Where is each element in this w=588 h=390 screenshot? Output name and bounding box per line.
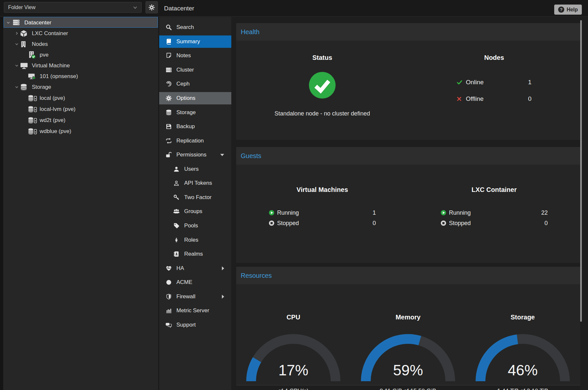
menu-item-metric-server[interactable]: Metric Server bbox=[159, 304, 231, 317]
storage-caption: 1.44 TiB of 3.10 TiB bbox=[497, 388, 548, 390]
menu-item-roles[interactable]: Roles bbox=[159, 234, 231, 246]
menu-item-label: Storage bbox=[176, 106, 196, 119]
summary-content: Status Nodes Standalone node - no cluste… bbox=[231, 17, 588, 390]
row-value: 0 bbox=[373, 219, 376, 228]
tree-item-nodes[interactable]: Nodes bbox=[3, 39, 158, 49]
datacenter-menu: Search Summary Notes Cluster Ceph Option… bbox=[159, 17, 231, 390]
menu-item-api-tokens[interactable]: API Tokens bbox=[159, 177, 231, 189]
menu-item-label: ACME bbox=[176, 276, 192, 289]
tree-item-lxc-container[interactable]: LXC Container bbox=[3, 28, 158, 39]
server-icon bbox=[165, 67, 172, 73]
menu-item-storage[interactable]: Storage bbox=[159, 106, 231, 119]
menu-item-backup[interactable]: Backup bbox=[159, 120, 231, 133]
tree-item-vm-101[interactable]: 101 (opnsense) bbox=[3, 71, 158, 82]
storage-percent: 46% bbox=[508, 361, 538, 379]
vertical-scrollbar[interactable] bbox=[580, 20, 582, 322]
tree-item-label: Virtual Machine bbox=[32, 60, 70, 71]
resources-panel-title: Resources bbox=[241, 267, 272, 284]
menu-item-notes[interactable]: Notes bbox=[159, 49, 231, 62]
menu-item-label: Replication bbox=[176, 135, 204, 147]
menu-item-label: Firewall bbox=[176, 290, 196, 303]
cluster-status-caption: Standalone node - no cluster defined bbox=[275, 110, 370, 117]
cpu-caption: of 4 CPU(s) bbox=[278, 388, 309, 390]
tree-item-label: 101 (opnsense) bbox=[40, 71, 78, 82]
shield-icon bbox=[165, 294, 172, 300]
cross-icon bbox=[457, 97, 462, 101]
folder-view-select[interactable]: Folder View bbox=[4, 2, 142, 13]
tree-item-label: Datacenter bbox=[24, 17, 51, 28]
desktop-icon bbox=[20, 62, 28, 69]
caret-down-icon[interactable] bbox=[15, 82, 19, 92]
menu-item-label: Summary bbox=[176, 35, 200, 48]
row-label: Stopped bbox=[449, 219, 471, 228]
proxmox-app: Folder View Datacenter ? Help Datacenter… bbox=[0, 0, 588, 390]
resources-panel-body: CPU Memory Storage 17% 59% 46% bbox=[236, 284, 580, 385]
caret-right-icon[interactable] bbox=[15, 28, 19, 39]
menu-item-label: Users bbox=[184, 163, 198, 175]
user-icon bbox=[173, 166, 180, 172]
tree-item-pve[interactable]: pve bbox=[3, 49, 158, 60]
menu-item-firewall[interactable]: Firewall bbox=[159, 290, 231, 303]
vm-stopped-row: Stopped 0 bbox=[269, 219, 376, 228]
menu-item-replication[interactable]: Replication bbox=[159, 135, 231, 147]
breadcrumb: Datacenter bbox=[164, 0, 194, 17]
menu-item-pools[interactable]: Pools bbox=[159, 220, 231, 232]
help-button[interactable]: ? Help bbox=[554, 5, 582, 15]
bar-chart-icon bbox=[165, 308, 172, 314]
tree-item-label: wdblue (pve) bbox=[40, 126, 71, 137]
stopped-icon bbox=[269, 220, 275, 226]
menu-item-users[interactable]: Users bbox=[159, 163, 231, 175]
menu-item-permissions[interactable]: Permissions bbox=[159, 149, 231, 161]
row-label: Running bbox=[277, 208, 299, 217]
storage-column-header: Storage bbox=[511, 314, 535, 321]
guests-panel-header: Guests bbox=[236, 147, 580, 165]
tree-item-virtual-machine[interactable]: Virtual Machine bbox=[3, 60, 158, 71]
tree-item-storage-wd2t[interactable]: wd2t (pve) bbox=[3, 115, 158, 126]
check-icon bbox=[457, 80, 462, 85]
menu-item-acme[interactable]: ACME bbox=[159, 276, 231, 289]
menu-item-realms[interactable]: Realms bbox=[159, 248, 231, 260]
menu-item-groups[interactable]: Groups bbox=[159, 205, 231, 218]
tree-item-storage-wdblue[interactable]: wdblue (pve) bbox=[3, 126, 158, 137]
menu-item-label: Groups bbox=[184, 205, 202, 218]
menu-item-ceph[interactable]: Ceph bbox=[159, 78, 231, 90]
note-icon bbox=[165, 53, 172, 59]
menu-item-label: Support bbox=[176, 319, 196, 331]
caret-down-icon[interactable] bbox=[15, 60, 19, 71]
caret-right-icon[interactable] bbox=[222, 295, 224, 299]
caret-down-icon[interactable] bbox=[6, 17, 10, 28]
menu-item-options[interactable]: Options bbox=[159, 92, 231, 104]
tree-item-storage-local-lvm[interactable]: local-lvm (pve) bbox=[3, 104, 158, 114]
caret-right-icon[interactable] bbox=[222, 266, 224, 270]
lxc-stopped-row: Stopped 0 bbox=[441, 219, 548, 228]
tree-item-label: local (pve) bbox=[40, 93, 65, 103]
menu-item-search[interactable]: Search bbox=[159, 21, 231, 34]
book-icon bbox=[165, 39, 172, 45]
menu-item-cluster[interactable]: Cluster bbox=[159, 64, 231, 76]
row-value: 0 bbox=[528, 94, 531, 103]
nodes-column-header: Nodes bbox=[484, 54, 504, 61]
menu-item-summary[interactable]: Summary bbox=[159, 35, 231, 48]
memory-percent: 59% bbox=[393, 361, 423, 379]
lxc-running-row: Running 22 bbox=[441, 208, 548, 217]
guests-panel-body: Virtual Machines LXC Container Running 1… bbox=[236, 165, 580, 263]
menu-item-support[interactable]: Support bbox=[159, 319, 231, 331]
memory-caption: 9.11 GiB of 15.50 GiB bbox=[380, 388, 436, 390]
menu-item-label: Metric Server bbox=[176, 304, 209, 317]
menu-item-label: Cluster bbox=[176, 64, 194, 76]
tree-item-storage-local[interactable]: local (pve) bbox=[3, 93, 158, 103]
caret-down-icon[interactable] bbox=[15, 39, 19, 49]
server-icon bbox=[13, 19, 20, 26]
menu-item-two-factor[interactable]: Two Factor bbox=[159, 191, 231, 204]
row-value: 22 bbox=[541, 208, 548, 217]
menu-item-ha[interactable]: HA bbox=[159, 262, 231, 275]
nodes-online-row: Online 1 bbox=[457, 78, 531, 87]
view-settings-button[interactable] bbox=[146, 1, 158, 13]
row-label: Stopped bbox=[277, 219, 299, 228]
question-circle-icon: ? bbox=[558, 7, 564, 13]
sync-icon bbox=[165, 138, 172, 144]
tree-item-storage[interactable]: Storage bbox=[3, 82, 158, 92]
tree-item-datacenter[interactable]: Datacenter bbox=[4, 17, 158, 28]
menu-item-label: Two Factor bbox=[184, 191, 211, 204]
caret-down-icon[interactable] bbox=[220, 154, 224, 156]
